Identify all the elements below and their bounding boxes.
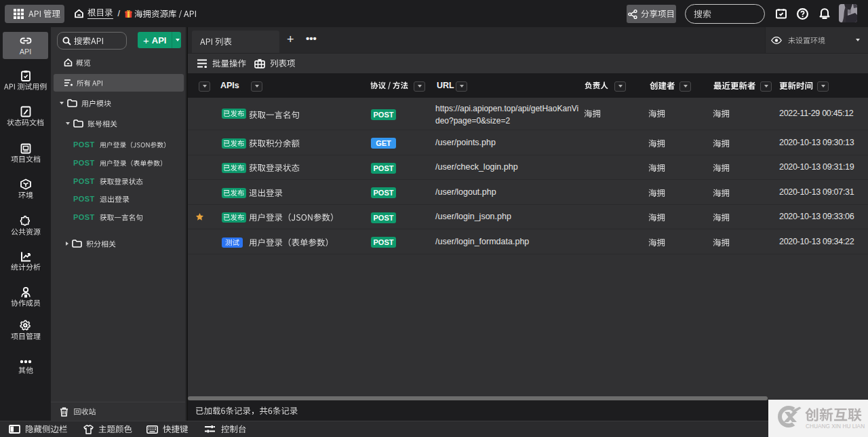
svg-text:CHUANG XIN HU LIAN: CHUANG XIN HU LIAN xyxy=(806,423,865,430)
